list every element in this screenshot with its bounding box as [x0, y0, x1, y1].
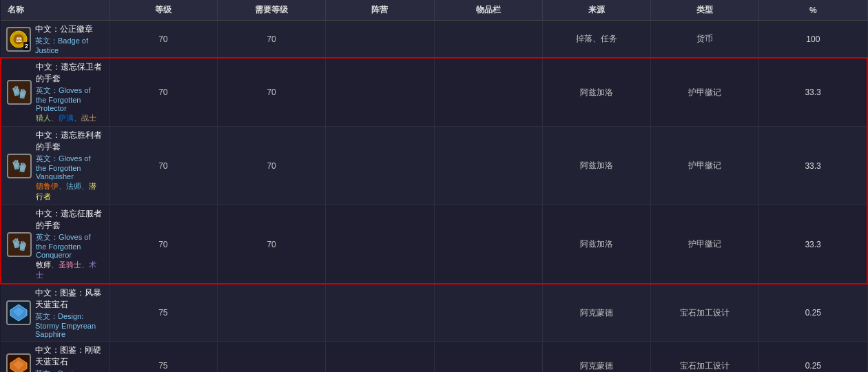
item-slot — [434, 284, 542, 342]
item-pct: 0.25 — [759, 342, 867, 373]
item-faction — [326, 127, 434, 205]
item-cn-name: 中文：公正徽章 — [35, 23, 103, 35]
item-faction — [326, 205, 434, 285]
svg-text:⚖: ⚖ — [16, 36, 22, 43]
item-slot — [434, 342, 542, 373]
items-table: 名称 等级 需要等级 阵营 物品栏 来源 类型 % ⚖ 2 中文：公正徽章 英文… — [0, 0, 868, 372]
item-cn-name: 中文：遗忘胜利者的手套 — [36, 130, 103, 153]
item-icon — [6, 300, 31, 325]
item-en-name: 英文：Gloves of the Forgotten Vanquisher — [36, 154, 103, 180]
col-name: 名称 — [1, 0, 109, 21]
col-faction: 阵营 — [326, 0, 434, 21]
item-en-name: 英文：Gloves of the Forgotten Conqueror — [36, 232, 103, 259]
item-type: 宝石加工设计 — [651, 342, 759, 373]
item-req-level: 70 — [218, 205, 326, 285]
item-icon: 🧤 — [7, 232, 32, 257]
item-en-name: 英文：Gloves of the Forgotten Protector — [36, 85, 103, 112]
svg-text:🧤: 🧤 — [12, 158, 28, 174]
svg-text:🧤: 🧤 — [12, 237, 28, 252]
item-type: 护甲徽记 — [651, 127, 759, 205]
item-level: 70 — [109, 127, 217, 205]
col-source: 来源 — [542, 0, 650, 21]
item-slot — [434, 205, 542, 285]
item-level: 70 — [109, 58, 217, 127]
item-req-level — [218, 342, 326, 373]
item-type: 货币 — [651, 21, 759, 59]
item-source: 阿兹加洛 — [542, 127, 650, 205]
table-header-row: 名称 等级 需要等级 阵营 物品栏 来源 类型 % — [1, 0, 867, 21]
item-text: 中文：遗忘保卫者的手套 英文：Gloves of the Forgotten P… — [36, 61, 103, 123]
item-level: 70 — [109, 205, 217, 285]
table-row: 🧤 中文：遗忘保卫者的手套 英文：Gloves of the Forgotten… — [1, 58, 867, 127]
table-row: 中文：图鉴：风暴天蓝宝石 英文：Design: Stormy Empyrean … — [1, 284, 867, 342]
item-type: 宝石加工设计 — [651, 284, 759, 342]
item-faction — [326, 342, 434, 373]
table-row: ⚖ 2 中文：公正徽章 英文：Badge of Justice 70 70 掉落… — [1, 21, 867, 59]
item-icon: 🧤 — [7, 80, 32, 105]
item-icon: ⚖ 2 — [6, 27, 31, 52]
item-source: 阿克蒙德 — [542, 342, 650, 373]
item-cn-name: 中文：图鉴：风暴天蓝宝石 — [35, 287, 103, 311]
item-name-cell: 中文：图鉴：刚硬天蓝宝石 英文：Design: Great Lionseye — [1, 342, 109, 373]
col-slot: 物品栏 — [434, 0, 542, 21]
item-text: 中文：公正徽章 英文：Badge of Justice — [35, 23, 103, 54]
table-row: 中文：图鉴：刚硬天蓝宝石 英文：Design: Great Lionseye 7… — [1, 342, 867, 373]
item-faction — [326, 21, 434, 59]
item-req-level: 70 — [218, 127, 326, 205]
item-slot — [434, 127, 542, 205]
item-text: 中文：图鉴：风暴天蓝宝石 英文：Design: Stormy Empyrean … — [35, 287, 103, 338]
item-cn-name: 中文：遗忘保卫者的手套 — [36, 61, 103, 85]
table-row: 🧤 中文：遗忘征服者的手套 英文：Gloves of the Forgotten… — [1, 205, 867, 285]
item-name-cell: ⚖ 2 中文：公正徽章 英文：Badge of Justice — [1, 21, 109, 59]
item-name-cell: 🧤 中文：遗忘征服者的手套 英文：Gloves of the Forgotten… — [1, 205, 109, 285]
col-type: 类型 — [651, 0, 759, 21]
item-icon — [6, 353, 31, 372]
item-type: 护甲徽记 — [651, 58, 759, 127]
col-level: 等级 — [109, 0, 217, 21]
item-req-level — [218, 284, 326, 342]
item-name-cell: 中文：图鉴：风暴天蓝宝石 英文：Design: Stormy Empyrean … — [1, 284, 109, 342]
item-level: 70 — [109, 21, 217, 59]
item-source: 阿兹加洛 — [542, 205, 650, 285]
item-pct: 100 — [759, 21, 867, 59]
item-icon: 🧤 — [7, 154, 32, 178]
item-level: 75 — [109, 342, 217, 373]
item-slot — [434, 58, 542, 127]
item-pct: 33.3 — [759, 205, 867, 285]
item-req-level: 70 — [218, 21, 326, 59]
svg-text:🧤: 🧤 — [12, 85, 28, 100]
item-cn-name: 中文：图鉴：刚硬天蓝宝石 — [35, 344, 103, 368]
item-text: 中文：遗忘胜利者的手套 英文：Gloves of the Forgotten V… — [36, 130, 103, 202]
item-text: 中文：遗忘征服者的手套 英文：Gloves of the Forgotten C… — [36, 208, 103, 280]
item-source: 掉落、任务 — [542, 21, 650, 59]
item-source: 阿克蒙德 — [542, 284, 650, 342]
item-type: 护甲徽记 — [651, 205, 759, 285]
item-faction — [326, 284, 434, 342]
col-pct: % — [759, 0, 867, 21]
item-pct: 33.3 — [759, 127, 867, 205]
item-pct: 33.3 — [759, 58, 867, 127]
item-text: 中文：图鉴：刚硬天蓝宝石 英文：Design: Great Lionseye — [35, 344, 103, 372]
item-name-cell: 🧤 中文：遗忘胜利者的手套 英文：Gloves of the Forgotten… — [1, 127, 109, 205]
item-source: 阿兹加洛 — [542, 58, 650, 127]
item-level: 75 — [109, 284, 217, 342]
item-en-name: 英文：Badge of Justice — [35, 36, 103, 54]
main-table-container: 名称 等级 需要等级 阵营 物品栏 来源 类型 % ⚖ 2 中文：公正徽章 英文… — [0, 0, 868, 372]
item-name-cell: 🧤 中文：遗忘保卫者的手套 英文：Gloves of the Forgotten… — [1, 58, 109, 127]
item-en-name: 英文：Design: Great Lionseye — [35, 369, 103, 372]
table-row: 🧤 中文：遗忘胜利者的手套 英文：Gloves of the Forgotten… — [1, 127, 867, 205]
item-pct: 0.25 — [759, 284, 867, 342]
item-slot — [434, 21, 542, 59]
item-faction — [326, 58, 434, 127]
item-req-level: 70 — [218, 58, 326, 127]
item-en-name: 英文：Design: Stormy Empyrean Sapphire — [35, 311, 103, 338]
col-req-level: 需要等级 — [218, 0, 326, 21]
item-cn-name: 中文：遗忘征服者的手套 — [36, 208, 103, 231]
